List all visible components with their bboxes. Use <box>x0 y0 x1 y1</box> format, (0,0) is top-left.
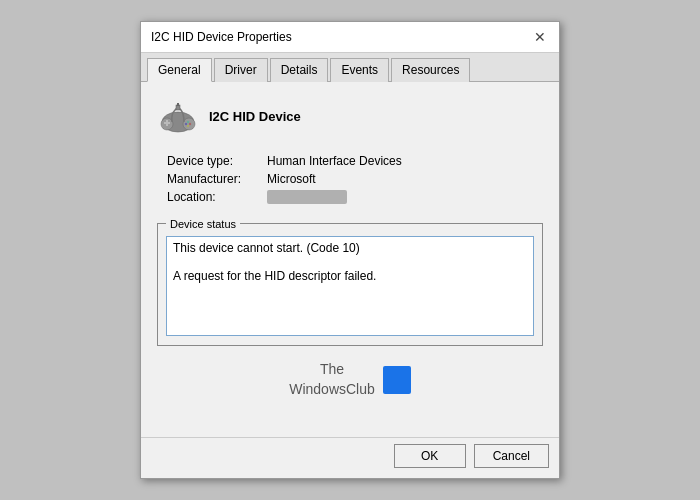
watermark-text: The WindowsClub <box>289 360 375 399</box>
tab-details[interactable]: Details <box>270 58 329 82</box>
location-value <box>267 190 347 204</box>
svg-point-8 <box>187 125 189 127</box>
svg-point-6 <box>189 123 191 125</box>
device-header: I2C HID Device <box>157 96 543 138</box>
manufacturer-value: Microsoft <box>267 172 316 186</box>
title-bar: I2C HID Device Properties ✕ <box>141 22 559 53</box>
tab-general[interactable]: General <box>147 58 212 82</box>
windows-logo-icon <box>383 366 411 394</box>
device-name-label: I2C HID Device <box>209 109 301 124</box>
tab-driver[interactable]: Driver <box>214 58 268 82</box>
dialog-window: I2C HID Device Properties ✕ General Driv… <box>140 21 560 479</box>
manufacturer-label: Manufacturer: <box>167 172 267 186</box>
status-textarea[interactable] <box>166 236 534 336</box>
watermark: The WindowsClub <box>289 360 411 399</box>
button-row: OK Cancel <box>141 437 559 478</box>
status-group-label: Device status <box>166 218 240 230</box>
properties-section: Device type: Human Interface Devices Man… <box>167 154 543 204</box>
svg-point-5 <box>187 121 189 123</box>
device-icon <box>157 96 199 138</box>
device-status-group: Device status <box>157 218 543 346</box>
tab-content: I2C HID Device Device type: Human Interf… <box>141 82 559 437</box>
tab-events[interactable]: Events <box>330 58 389 82</box>
close-button[interactable]: ✕ <box>531 28 549 46</box>
tab-resources[interactable]: Resources <box>391 58 470 82</box>
location-row: Location: <box>167 190 543 204</box>
cancel-button[interactable]: Cancel <box>474 444 549 468</box>
device-type-label: Device type: <box>167 154 267 168</box>
ok-button[interactable]: OK <box>394 444 466 468</box>
svg-rect-10 <box>177 103 179 106</box>
location-label: Location: <box>167 190 267 204</box>
tab-bar: General Driver Details Events Resources <box>141 53 559 82</box>
svg-point-7 <box>185 123 187 125</box>
device-type-value: Human Interface Devices <box>267 154 402 168</box>
device-type-row: Device type: Human Interface Devices <box>167 154 543 168</box>
svg-rect-4 <box>166 120 168 126</box>
dialog-title: I2C HID Device Properties <box>151 30 292 44</box>
manufacturer-row: Manufacturer: Microsoft <box>167 172 543 186</box>
watermark-area: The WindowsClub <box>157 360 543 413</box>
